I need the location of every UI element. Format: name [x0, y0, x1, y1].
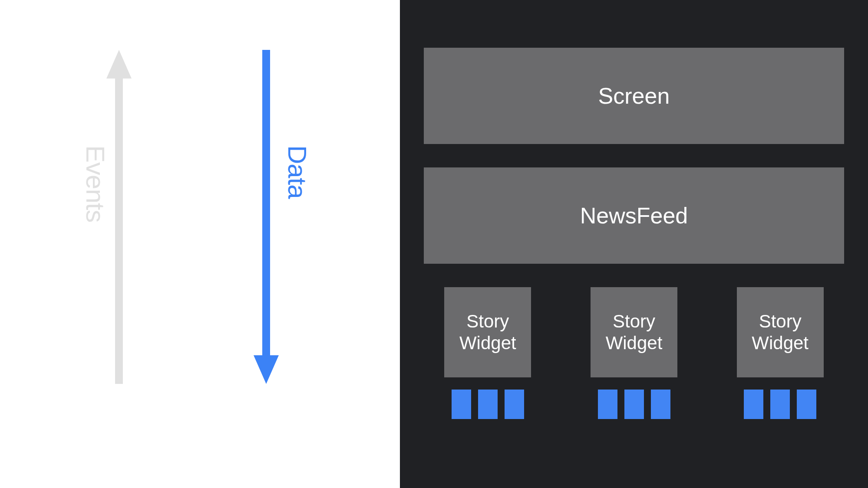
- newsfeed-label: NewsFeed: [580, 203, 688, 229]
- story-col-1: Story Widget: [424, 287, 552, 419]
- chip: [797, 390, 816, 419]
- screen-box: Screen: [424, 48, 844, 144]
- chip: [770, 390, 790, 419]
- story-line1: Story: [613, 311, 655, 332]
- chip: [452, 390, 471, 419]
- chip: [651, 390, 670, 419]
- story-col-3: Story Widget: [716, 287, 844, 419]
- events-label: Events: [80, 145, 110, 222]
- data-label: Data: [282, 145, 312, 199]
- story-col-2: Story Widget: [570, 287, 698, 419]
- right-panel: Screen NewsFeed Story Widget Story Widge: [400, 0, 868, 488]
- chip: [478, 390, 498, 419]
- svg-marker-1: [254, 50, 279, 384]
- chips-row: [598, 390, 670, 419]
- chip: [624, 390, 644, 419]
- story-widget-box: Story Widget: [737, 287, 824, 377]
- newsfeed-box: NewsFeed: [424, 167, 844, 264]
- story-line2: Widget: [459, 332, 516, 354]
- story-line2: Widget: [606, 332, 663, 354]
- story-widget-box: Story Widget: [444, 287, 531, 377]
- story-line1: Story: [466, 311, 509, 332]
- screen-label: Screen: [598, 83, 670, 109]
- chips-row: [452, 390, 524, 419]
- arrow-down-icon: [254, 50, 279, 384]
- story-row: Story Widget Story Widget: [424, 287, 844, 419]
- data-arrow: [254, 50, 279, 384]
- story-line2: Widget: [752, 332, 809, 354]
- chip: [598, 390, 617, 419]
- chip: [744, 390, 763, 419]
- story-widget-box: Story Widget: [591, 287, 677, 377]
- chips-row: [744, 390, 816, 419]
- chip: [505, 390, 524, 419]
- story-line1: Story: [759, 311, 802, 332]
- left-panel: Events Data: [0, 0, 400, 488]
